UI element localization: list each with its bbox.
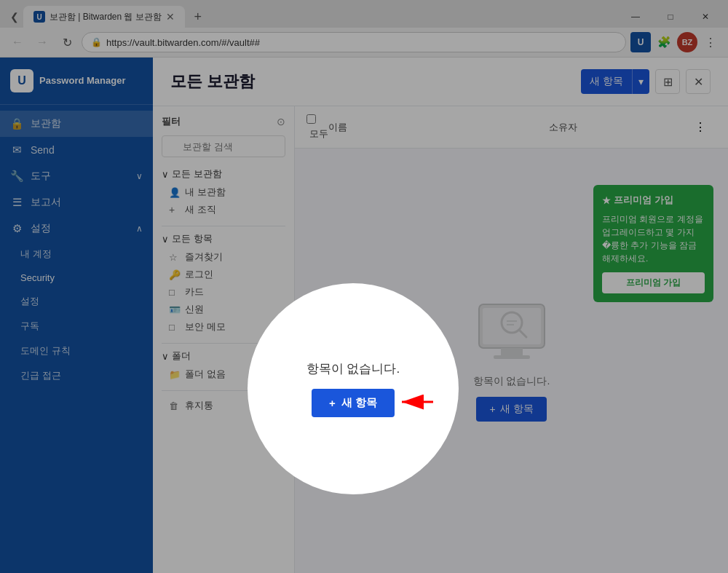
url-text: https://vault.bitwarden.com/#/vault##	[106, 37, 260, 48]
header-actions: 새 항목 ▾ ⊞ ✕	[581, 69, 711, 94]
my-vault-filter[interactable]: 👤 내 보관함	[162, 183, 285, 201]
favorites-label: 즐겨찾기	[185, 250, 223, 264]
browser-chrome: ❮ U 보관함 | Bitwarden 웹 보관함 ✕ + — □ ✕ ← → …	[0, 0, 728, 58]
new-item-button[interactable]: 새 항목 ▾	[581, 69, 649, 94]
reports-icon: ☰	[10, 196, 23, 209]
sidebar-item-settings[interactable]: ⚙ 설정 ∧	[0, 216, 153, 242]
back-button[interactable]: ←	[7, 32, 28, 52]
card-icon: □	[169, 287, 181, 298]
login-icon: 🔑	[169, 269, 181, 280]
address-bar[interactable]: 🔒 https://vault.bitwarden.com/#/vault##	[82, 32, 626, 52]
maximize-button[interactable]: □	[654, 6, 687, 28]
profile-avatar[interactable]: BZ	[677, 32, 697, 52]
trash-icon: 🗑	[169, 400, 181, 411]
sidebar-logo: U Password Manager	[0, 58, 153, 105]
filter-header: 필터 ⊙	[162, 115, 285, 128]
new-org-filter[interactable]: + 새 조직	[162, 201, 285, 218]
all-vaults-toggle[interactable]: ∨ 모든 보관함	[162, 167, 285, 181]
vaults-chevron-icon: ∨	[162, 169, 169, 180]
close-panel-button[interactable]: ✕	[686, 69, 711, 94]
settings-icon: ⚙	[10, 222, 23, 235]
empty-new-item-button[interactable]: + 새 항목	[476, 397, 546, 422]
bitwarden-extension-icon[interactable]: U	[630, 32, 651, 52]
preferences-label: 설정	[20, 295, 39, 308]
sidebar: U Password Manager 🔒 보관함 ✉ Send 🔧 도구 ∨ ☰…	[0, 58, 153, 573]
minimize-button[interactable]: —	[619, 6, 652, 28]
tab-bar: ❮ U 보관함 | Bitwarden 웹 보관함 ✕ + — □ ✕	[0, 0, 728, 28]
filter-divider-2	[162, 343, 285, 344]
filter-section-vaults: ∨ 모든 보관함 👤 내 보관함 + 새 조직	[162, 167, 285, 218]
login-filter[interactable]: 🔑 로그인	[162, 266, 285, 283]
premium-card: ★ 프리미엄 가입 프리미엄 회원으로 계정을 업그레이드하고 몇 가지 �륭한…	[593, 185, 713, 302]
sidebar-item-vault[interactable]: 🔒 보관함	[0, 111, 153, 137]
emergency-access-label: 긴급 접근	[20, 369, 61, 382]
extensions-button[interactable]: 🧩	[654, 32, 674, 52]
no-folder-filter[interactable]: 📁 폴더 없음	[162, 365, 285, 383]
vault-content: 모두 이름 소유자 ⋮	[295, 106, 728, 573]
browser-menu-button[interactable]: ⋮	[700, 32, 721, 52]
trash-filter[interactable]: 🗑 휴지통	[162, 397, 285, 414]
filter-divider-3	[162, 390, 285, 391]
send-icon: ✉	[10, 143, 23, 157]
sidebar-subitem-my-account[interactable]: 내 계정	[0, 242, 153, 266]
favorites-filter[interactable]: ☆ 즐겨찾기	[162, 248, 285, 266]
folders-toggle[interactable]: ∨ 폴더	[162, 349, 285, 363]
no-folder-label: 폴더 없음	[185, 368, 226, 381]
filter-section-items: ∨ 모든 항목 ☆ 즐겨찾기 🔑 로그인 □ 카드	[162, 232, 285, 336]
security-label: Security	[20, 272, 55, 283]
all-items-toggle[interactable]: ∨ 모든 항목	[162, 232, 285, 245]
domain-rules-label: 도메인 규칙	[20, 344, 71, 357]
items-chevron-icon: ∨	[162, 234, 169, 245]
new-tab-button[interactable]: +	[188, 7, 208, 27]
vault-search-input[interactable]	[162, 135, 285, 157]
secure-note-filter[interactable]: □ 보안 메모	[162, 318, 285, 336]
identity-filter[interactable]: 🪪 신원	[162, 301, 285, 318]
reload-button[interactable]: ↻	[57, 32, 77, 52]
sidebar-item-tools[interactable]: 🔧 도구 ∨	[0, 163, 153, 189]
page-title: 모든 보관함	[170, 71, 255, 92]
identity-label: 신원	[185, 303, 204, 316]
sidebar-subitem-emergency-access[interactable]: 긴급 접근	[0, 363, 153, 388]
owner-column-header: 소유자	[549, 121, 695, 134]
empty-new-icon: +	[489, 403, 495, 415]
forward-button[interactable]: →	[32, 32, 52, 52]
new-item-label: 새 항목	[581, 75, 632, 88]
sidebar-item-reports[interactable]: ☰ 보고서	[0, 189, 153, 216]
filter-divider-1	[162, 226, 285, 226]
sidebar-item-send[interactable]: ✉ Send	[0, 137, 153, 163]
active-tab[interactable]: U 보관함 | Bitwarden 웹 보관함 ✕	[23, 6, 185, 28]
select-all-input[interactable]	[306, 114, 316, 124]
premium-signup-button[interactable]: 프리미엄 가입	[602, 272, 705, 293]
select-all-checkbox[interactable]: 모두	[306, 114, 328, 141]
sidebar-subitem-preferences[interactable]: 설정	[0, 289, 153, 314]
vault-icon: 🔒	[10, 117, 23, 130]
filter-options-icon[interactable]: ⊙	[277, 116, 285, 127]
my-account-label: 내 계정	[20, 248, 52, 261]
new-item-chevron-icon[interactable]: ▾	[632, 69, 649, 94]
logo-icon: U	[10, 69, 33, 92]
sidebar-navigation: 🔒 보관함 ✉ Send 🔧 도구 ∨ ☰ 보고서 ⚙ 설정 ∧	[0, 105, 153, 573]
sidebar-subitem-domain-rules[interactable]: 도메인 규칙	[0, 339, 153, 363]
tab-close-button[interactable]: ✕	[166, 11, 175, 23]
card-filter[interactable]: □ 카드	[162, 283, 285, 301]
person-icon: 👤	[169, 187, 181, 198]
secure-note-label: 보안 메모	[185, 320, 226, 333]
tools-icon: 🔧	[10, 170, 23, 183]
folder-icon: 📁	[169, 369, 181, 380]
card-label: 카드	[185, 285, 204, 299]
trash-label: 휴지통	[185, 399, 213, 412]
tab-favicon: U	[33, 11, 45, 23]
close-button[interactable]: ✕	[689, 6, 722, 28]
lock-icon: 🔒	[91, 37, 102, 47]
svg-rect-3	[494, 355, 530, 359]
sidebar-subitem-security[interactable]: Security	[0, 266, 153, 289]
grid-view-button[interactable]: ⊞	[655, 69, 680, 94]
sidebar-item-send-label: Send	[31, 144, 55, 156]
browser-actions: U 🧩 BZ ⋮	[630, 32, 721, 52]
filter-title: 필터	[162, 115, 181, 128]
all-vaults-label: 모든 보관함	[172, 167, 222, 181]
name-column-header: 이름	[328, 121, 549, 134]
vault-table-header: 모두 이름 소유자 ⋮	[295, 106, 728, 149]
sidebar-subitem-subscription[interactable]: 구독	[0, 314, 153, 339]
folders-label: 폴더	[172, 349, 191, 363]
